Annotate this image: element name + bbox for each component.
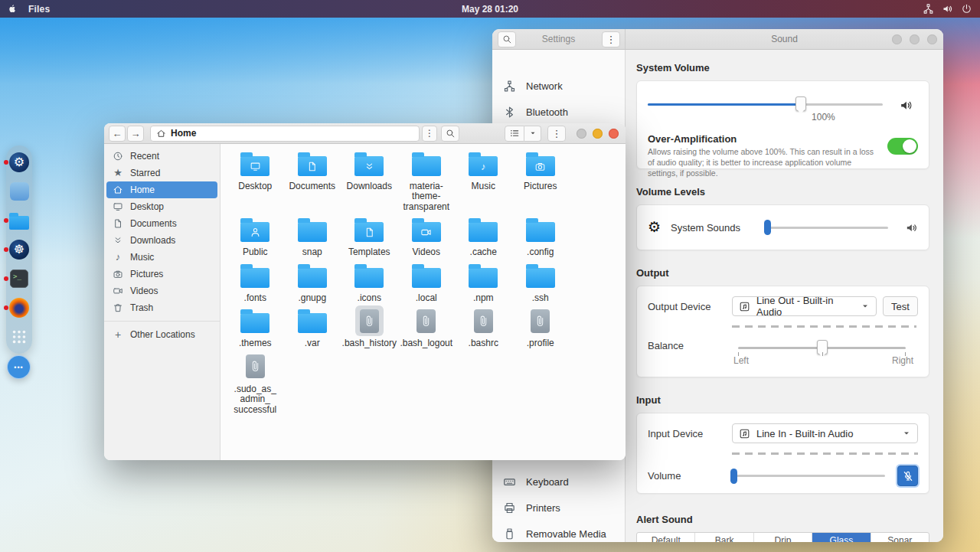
system-volume-handle[interactable]	[795, 96, 806, 111]
settings-close-button[interactable]	[927, 34, 937, 44]
settings-sidebar-item-network[interactable]: Network	[492, 73, 625, 99]
grid-item-downloads[interactable]: Downloads	[341, 149, 398, 212]
path-bar[interactable]: Home	[150, 126, 420, 142]
grid-item-profile[interactable]: .profile	[512, 305, 570, 348]
sidebar-item-videos[interactable]: Videos	[106, 283, 217, 299]
grid-item-snap[interactable]: snap	[284, 214, 341, 257]
system-volume-slider[interactable]: 100%	[648, 81, 918, 129]
file-icon	[469, 305, 498, 336]
dock-item-software[interactable]: ☸	[9, 240, 29, 260]
grid-item-fonts[interactable]: .fonts	[227, 260, 284, 303]
view-toggle-button[interactable]	[505, 126, 524, 142]
test-speakers-button[interactable]: Test	[883, 296, 918, 316]
dock-item-files[interactable]	[9, 211, 29, 230]
alert-sound-default[interactable]: Default	[637, 533, 694, 542]
path-menu-button[interactable]: ⋮	[422, 126, 437, 142]
view-options-button[interactable]	[524, 126, 541, 142]
grid-item-materia-theme-transparent[interactable]: materia-theme-transparent	[398, 149, 456, 212]
grid-item-bashrc[interactable]: .bashrc	[455, 305, 512, 348]
grid-item-music[interactable]: ♪Music	[455, 149, 512, 212]
grid-item-label: .themes	[239, 338, 272, 348]
grid-item-sudo-as-admin-successful[interactable]: .sudo_as_admin_successful	[227, 351, 284, 415]
keyboard-icon	[503, 475, 516, 488]
settings-search-button[interactable]	[498, 31, 516, 47]
alert-sound-drip[interactable]: Drip	[753, 533, 812, 542]
network-hub-icon[interactable]	[923, 3, 934, 15]
grid-item-themes[interactable]: .themes	[227, 305, 284, 348]
sidebar-item-trash[interactable]: Trash	[106, 299, 217, 316]
volume-icon[interactable]	[942, 3, 953, 15]
alert-sound-bark[interactable]: Bark	[694, 533, 753, 542]
grid-item-cache[interactable]: .cache	[455, 214, 512, 257]
input-device-dropdown[interactable]: Line In - Built-in Audio	[732, 423, 918, 443]
settings-sidebar-item-bluetooth[interactable]: Bluetooth	[492, 99, 625, 125]
dock-item-app-grid[interactable]	[9, 327, 29, 347]
distro-logo-icon[interactable]	[7, 3, 18, 15]
sidebar-item-desktop[interactable]: Desktop	[106, 198, 217, 215]
grid-item-label: Public	[243, 247, 268, 257]
output-device-dropdown[interactable]: Line Out - Built-in Audio	[732, 296, 877, 316]
settings-menu-button[interactable]: ⋮	[602, 31, 620, 47]
folder-icon	[236, 305, 274, 336]
sidebar-item-home[interactable]: Home	[106, 181, 217, 198]
files-search-button[interactable]	[441, 126, 459, 142]
input-volume-handle[interactable]	[730, 469, 737, 484]
grid-item-ssh[interactable]: .ssh	[512, 260, 570, 303]
settings-maximize-button[interactable]	[910, 34, 920, 44]
folder-icon	[521, 260, 560, 291]
folder-icon	[521, 149, 560, 179]
dock-item-terminal[interactable]: >_	[9, 269, 29, 289]
sidebar-item-recent[interactable]: Recent	[106, 148, 217, 165]
system-sounds-handle[interactable]	[764, 220, 771, 235]
files-close-button[interactable]	[609, 129, 619, 139]
grid-item-config[interactable]: .config	[512, 214, 570, 257]
over-amplification-toggle[interactable]	[887, 138, 918, 155]
grid-item-bash-logout[interactable]: .bash_logout	[398, 305, 456, 348]
dock-more-button[interactable]: •••	[7, 355, 31, 379]
settings-sidebar-item-keyboard[interactable]: Keyboard	[492, 469, 625, 495]
grid-item-npm[interactable]: .npm	[455, 260, 512, 303]
forward-button[interactable]: →	[127, 126, 144, 142]
sidebar-item-music[interactable]: ♪Music	[106, 249, 217, 266]
files-maximize-button[interactable]	[593, 129, 603, 139]
grid-item-pictures[interactable]: Pictures	[512, 149, 570, 212]
sidebar-item-downloads[interactable]: Downloads	[106, 232, 217, 249]
back-button[interactable]: ←	[109, 126, 126, 142]
grid-item-desktop[interactable]: Desktop	[227, 149, 284, 212]
mic-mute-button[interactable]	[897, 465, 918, 486]
active-app-name[interactable]: Files	[28, 4, 50, 15]
dock-item-settings[interactable]: ⚙	[9, 152, 29, 172]
grid-item-public[interactable]: Public	[227, 214, 284, 257]
grid-item-templates[interactable]: Templates	[341, 214, 398, 257]
grid-item-icons[interactable]: .icons	[341, 260, 398, 303]
grid-item-var[interactable]: .var	[284, 305, 341, 348]
files-menu-button[interactable]: ⋮	[547, 126, 566, 142]
grid-item-gnupg[interactable]: .gnupg	[284, 260, 341, 303]
alert-sound-sonar[interactable]: Sonar	[871, 533, 929, 542]
system-sounds-slider[interactable]	[766, 220, 888, 235]
sidebar-item-other-locations[interactable]: +Other Locations	[106, 326, 217, 343]
input-volume-slider[interactable]	[732, 469, 885, 484]
paperclip-icon	[249, 360, 262, 373]
alert-sound-options: DefaultBarkDripGlassSonar	[636, 532, 929, 542]
settings-sidebar-item-printers[interactable]: Printers	[492, 495, 625, 521]
grid-item-local[interactable]: .local	[398, 260, 456, 303]
settings-sidebar-item-removable-media[interactable]: Removable Media	[492, 521, 625, 542]
grid-item-documents[interactable]: Documents	[284, 149, 341, 212]
alert-sound-glass[interactable]: Glass	[812, 533, 870, 542]
settings-sidebar-label: Printers	[526, 502, 560, 514]
dock-item-blue-app[interactable]	[9, 181, 29, 201]
dock-item-firefox[interactable]	[9, 298, 29, 318]
balance-slider[interactable]: Left Right	[738, 340, 906, 366]
settings-minimize-button[interactable]	[892, 34, 902, 44]
sidebar-item-pictures[interactable]: Pictures	[106, 266, 217, 283]
audio-card-icon	[739, 301, 750, 312]
power-icon[interactable]	[961, 3, 972, 15]
sidebar-item-starred[interactable]: ★Starred	[106, 165, 217, 181]
sidebar-item-documents[interactable]: Documents	[106, 215, 217, 232]
files-minimize-button[interactable]	[577, 129, 586, 139]
clock[interactable]: May 28 01:20	[462, 4, 518, 15]
grid-item-videos[interactable]: Videos	[398, 214, 456, 257]
sidebar-item-label: Home	[130, 185, 155, 195]
grid-item-bash-history[interactable]: .bash_history	[341, 305, 398, 348]
